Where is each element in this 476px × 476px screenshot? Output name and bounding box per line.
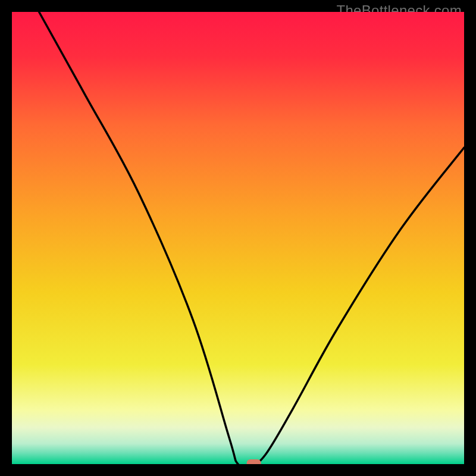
chart-frame: TheBottleneck.com xyxy=(0,0,476,476)
chart-plot-area xyxy=(12,12,464,464)
chart-background-gradient xyxy=(12,12,464,464)
chart-svg xyxy=(12,12,464,464)
optimal-marker xyxy=(247,459,261,464)
